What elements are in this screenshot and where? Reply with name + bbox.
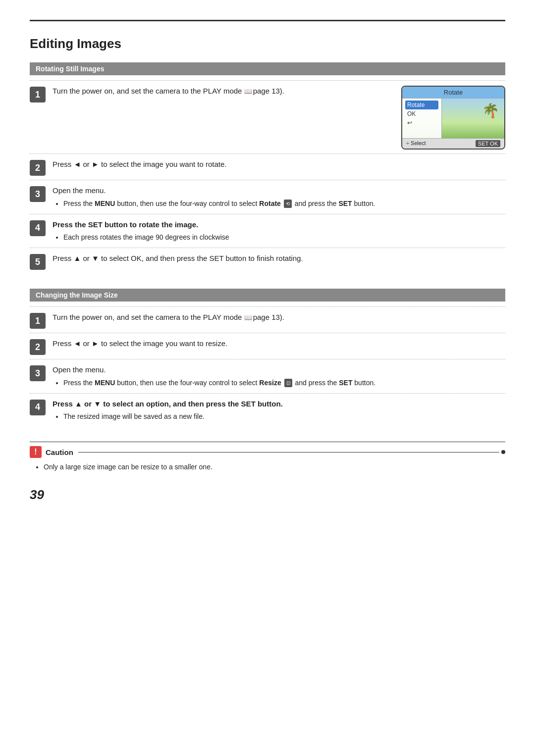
menu-item-ok: OK [405,109,438,118]
camera-menu-overlay: Rotate OK ↩ [402,99,442,138]
steps-resize: 1 Turn the power on, and set the camera … [30,306,505,427]
step-row: 2 Press ◄ or ► to select the image you w… [30,153,505,180]
menu-item-rotate: Rotate [405,101,438,109]
step-content-4: Press ▲ or ▼ to select an option, and th… [53,399,505,423]
step-row: 1 Turn the power on, and set the camera … [30,306,505,333]
step-number-3: 3 [30,365,46,381]
step-row: 3 Open the menu. Press the MENU button, … [30,180,505,214]
step-content-1: Turn the power on, and set the camera to… [53,312,505,325]
step-content-4: Press the SET button to rotate the image… [53,219,505,244]
footer-ok: SET OK [476,140,500,147]
or-text: or [83,339,90,348]
step-row: 2 Press ◄ or ► to select the image you w… [30,333,505,359]
bullet-item: The resized image will be saved as a new… [63,411,505,422]
step-content-5: Press ▲ or ▼ to select OK, and then pres… [53,253,505,266]
step-number-1: 1 [30,87,46,102]
step-content-3: Open the menu. Press the MENU button, th… [53,364,505,389]
step-row: 3 Open the menu. Press the MENU button, … [30,359,505,393]
step-number-3: 3 [30,186,46,202]
step-number-2: 2 [30,160,46,176]
book-icon: 📖 [244,313,252,323]
step-number-4: 4 [30,400,46,415]
camera-screen-title: Rotate [402,87,504,99]
caution-icon: ! [30,446,42,458]
section-rotating: Rotating Still Images 1 Turn the power o… [30,62,505,274]
book-icon: 📖 [244,87,252,97]
camera-footer: ÷ Select SET OK [402,138,504,149]
caution-content: Only a large size image can be resize to… [30,462,505,472]
resize-icon: ⊡ [284,379,292,387]
step-number-1: 1 [30,313,46,329]
step-content-2: Press ◄ or ► to select the image you wan… [53,159,505,172]
step-row: 4 Press the SET button to rotate the ima… [30,214,505,248]
bullet-item: Press the MENU button, then use the four… [63,378,505,388]
caution-section: ! Caution Only a large size image can be… [30,442,505,472]
bullet-item: Press the MENU button, then use the four… [63,199,505,209]
menu-item-back: ↩ [405,118,438,127]
step-content-1: Turn the power on, and set the camera to… [53,86,505,150]
page-title: Editing Images [30,36,505,51]
camera-screen-body: 🌴 Rotate OK ↩ [402,99,504,138]
step1-text: Turn the power on, and set the camera to… [53,87,244,95]
step-number-2: 2 [30,339,46,355]
footer-select: ÷ Select [406,140,426,147]
step-number-4: 4 [30,220,46,236]
page-number: 39 [30,487,505,503]
palm-tree-icon: 🌴 [482,102,499,119]
step-content-3: Open the menu. Press the MENU button, th… [53,185,505,210]
caution-line [78,452,499,453]
section-header-resize: Changing the Image Size [30,289,505,302]
caution-label: Caution [46,448,73,456]
caution-dot [501,450,505,454]
section-resize: Changing the Image Size 1 Turn the power… [30,289,505,427]
step-content-2: Press ◄ or ► to select the image you wan… [53,338,505,352]
top-border [30,20,505,21]
camera-screen-image: Rotate 🌴 Rotate OK ↩ ÷ Select [401,86,505,150]
step-number-5: 5 [30,254,46,270]
step-row: 4 Press ▲ or ▼ to select an option, and … [30,393,505,427]
step-row: 1 Turn the power on, and set the camera … [30,80,505,153]
rotate-icon: ⟲ [284,200,292,208]
or-text: or [83,254,90,262]
bullet-item: Each press rotates the image 90 degrees … [63,232,505,243]
caution-bullet: Only a large size image can be resize to… [44,462,505,472]
step1-page-ref: page 13). [253,87,284,95]
caution-header: ! Caution [30,446,505,458]
section-header-rotating: Rotating Still Images [30,62,505,75]
steps-rotating: 1 Turn the power on, and set the camera … [30,80,505,274]
or-text: or [83,160,90,168]
step-row: 5 Press ▲ or ▼ to select OK, and then pr… [30,248,505,274]
or-text: or [84,400,92,408]
